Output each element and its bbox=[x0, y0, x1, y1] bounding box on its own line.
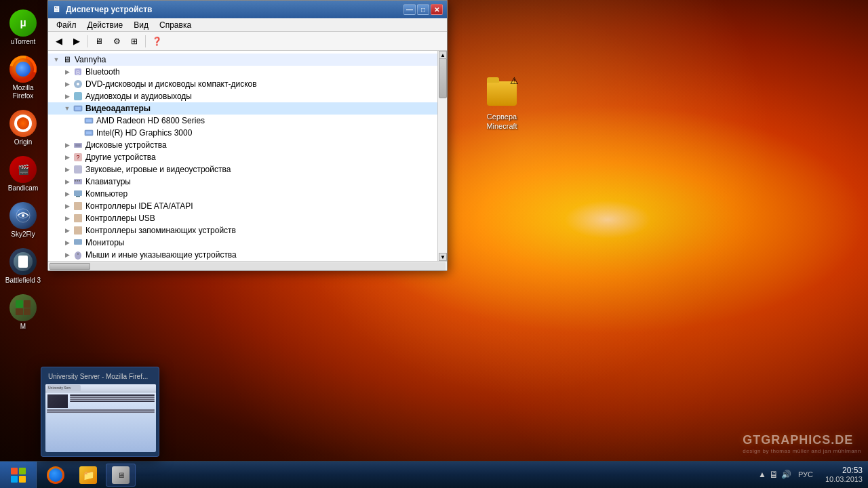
other-label: Другие устройства bbox=[85, 152, 156, 162]
tree-item-usb[interactable]: ▶ Контроллеры USB bbox=[48, 212, 447, 224]
toolbar-help[interactable]: ❓ bbox=[149, 34, 165, 49]
expand-bt[interactable]: ▶ bbox=[62, 66, 73, 77]
firefox-icon bbox=[9, 56, 37, 83]
line6 bbox=[47, 411, 155, 413]
toolbar-grid[interactable]: ⊞ bbox=[126, 34, 142, 49]
expand-mice[interactable]: ▶ bbox=[62, 249, 73, 260]
dvd-icon bbox=[73, 79, 83, 89]
tree-item-computer[interactable]: ▶ Компьютер bbox=[48, 188, 447, 200]
expand-video[interactable]: ▼ bbox=[62, 103, 73, 114]
sidebar-item-minecraft[interactable]: M bbox=[1, 291, 45, 333]
menu-file[interactable]: Файл bbox=[51, 19, 82, 31]
horizontal-scrollbar[interactable] bbox=[48, 261, 447, 270]
expand-usb[interactable]: ▶ bbox=[62, 213, 73, 224]
tree-item-dvd[interactable]: ▶ DVD-дисководы и дисководы компакт-диск… bbox=[48, 78, 447, 90]
tree-item-mice[interactable]: ▶ Мыши и иные указывающие устройства bbox=[48, 249, 447, 261]
maximize-button[interactable]: □ bbox=[417, 4, 429, 15]
tree-view[interactable]: ▼ 🖥 Vannyha ▶ B Bluetooth ▶ DVD-дисковод… bbox=[48, 51, 447, 261]
scroll-up-btn[interactable]: ▲ bbox=[439, 51, 447, 59]
tree-item-audio[interactable]: ▶ Аудиовходы и аудиовыходы bbox=[48, 90, 447, 102]
taskbar-items-area: University Server - Mozilla Firef... Uni… bbox=[37, 462, 753, 488]
disk-label: Дисковые устройства bbox=[85, 140, 167, 150]
toolbar-settings[interactable]: ⚙ bbox=[108, 34, 125, 49]
svg-rect-18 bbox=[74, 179, 82, 184]
expand-storage[interactable]: ▶ bbox=[62, 225, 73, 236]
comp-label: Компьютер bbox=[85, 189, 127, 199]
toolbar-sep2 bbox=[145, 35, 146, 47]
battlefield3-label: Battlefield 3 bbox=[5, 277, 41, 285]
preview-thumbnail: University Serv bbox=[45, 384, 156, 452]
sidebar-item-bandicam[interactable]: 🎬 Bandicam bbox=[1, 153, 45, 195]
start-button[interactable] bbox=[0, 462, 37, 489]
menu-help[interactable]: Справка bbox=[154, 19, 197, 31]
expand-sound[interactable]: ▶ bbox=[62, 164, 73, 175]
tray-time-value: 20:53 bbox=[842, 466, 863, 475]
disk-icon bbox=[73, 140, 83, 150]
sidebar-item-battlefield3[interactable]: Battlefield 3 bbox=[1, 245, 45, 287]
tree-item-video[interactable]: ▼ Видеоадаптеры bbox=[48, 102, 447, 115]
svg-rect-25 bbox=[74, 214, 82, 222]
scroll-down-btn[interactable]: ▼ bbox=[439, 253, 447, 261]
tree-scrollbar[interactable]: ▼ ▲ bbox=[437, 51, 447, 261]
tree-item-amd[interactable]: ▶ AMD Radeon HD 6800 Series bbox=[48, 115, 447, 127]
svg-rect-8 bbox=[75, 107, 81, 110]
expand-other[interactable]: ▶ bbox=[62, 152, 73, 163]
sidebar-item-sky2fly[interactable]: Sky2Fly bbox=[1, 199, 45, 241]
line2 bbox=[70, 396, 155, 398]
taskbar-explorer[interactable]: 📁 bbox=[73, 464, 103, 487]
tree-item-storage[interactable]: ▶ Контроллеры запоминающих устройств bbox=[48, 224, 447, 237]
mini-img bbox=[47, 394, 68, 408]
svg-rect-26 bbox=[74, 226, 82, 235]
tray-network-icon[interactable]: 🖥 bbox=[769, 469, 778, 480]
tree-item-intel[interactable]: ▶ Intel(R) HD Graphics 3000 bbox=[48, 127, 447, 139]
system-tray: ▲ 🖥 🔊 РУС 20:53 10.03.2013 bbox=[753, 466, 868, 485]
ide-icon bbox=[73, 201, 83, 211]
tray-icons: ▲ 🖥 🔊 bbox=[758, 469, 791, 480]
expand-comp[interactable]: ▶ bbox=[62, 188, 73, 199]
tray-volume-icon[interactable]: 🔊 bbox=[781, 470, 791, 479]
lang-indicator[interactable]: РУС bbox=[798, 470, 813, 479]
expand-disk[interactable]: ▶ bbox=[62, 140, 73, 150]
menu-view[interactable]: Вид bbox=[128, 19, 154, 31]
expand-root[interactable]: ▼ bbox=[51, 54, 62, 65]
tray-time[interactable]: 20:53 10.03.2013 bbox=[825, 466, 863, 485]
toolbar-back[interactable]: ◀ bbox=[51, 34, 67, 49]
warning-badge: ⚠ bbox=[507, 75, 521, 87]
tree-item-bluetooth[interactable]: ▶ B Bluetooth bbox=[48, 66, 447, 78]
tree-item-sound[interactable]: ▶ Звуковые, игровые и видеоустройства bbox=[48, 163, 447, 176]
expand-ide[interactable]: ▶ bbox=[62, 201, 73, 211]
tree-root[interactable]: ▼ 🖥 Vannyha bbox=[48, 54, 447, 66]
window-titlebar: 🖥 Диспетчер устройств — □ ✕ bbox=[48, 1, 447, 18]
bandicam-label: Bandicam bbox=[8, 184, 38, 192]
menu-action[interactable]: Действие bbox=[82, 19, 129, 31]
tray-arrow[interactable]: ▲ bbox=[758, 470, 766, 479]
tree-item-ide[interactable]: ▶ Контроллеры IDE ATA/ATAPI bbox=[48, 200, 447, 212]
preview-inner: University Serv bbox=[45, 384, 156, 452]
scrollbar-thumb[interactable] bbox=[439, 58, 447, 98]
expand-dvd[interactable]: ▶ bbox=[62, 79, 73, 89]
toolbar-forward[interactable]: ▶ bbox=[68, 34, 85, 49]
sidebar-item-utorrent[interactable]: µ uTorrent bbox=[1, 7, 45, 49]
tree-item-disk[interactable]: ▶ Дисковые устройства bbox=[48, 139, 447, 151]
window-content: ▼ 🖥 Vannyha ▶ B Bluetooth ▶ DVD-дисковод… bbox=[48, 51, 447, 261]
expand-audio[interactable]: ▶ bbox=[62, 91, 73, 102]
hscroll-thumb[interactable] bbox=[50, 263, 90, 270]
bt-icon: B bbox=[73, 66, 83, 77]
tree-item-monitors[interactable]: ▶ Мониторы bbox=[48, 237, 447, 249]
svg-text:B: B bbox=[76, 69, 80, 76]
bt-label: Bluetooth bbox=[85, 67, 120, 77]
close-button[interactable]: ✕ bbox=[431, 4, 443, 15]
taskbar-device-manager[interactable]: 🖥 bbox=[106, 464, 136, 487]
taskbar-firefox[interactable]: University Server - Mozilla Firef... Uni… bbox=[41, 464, 71, 487]
toolbar-computer[interactable]: 🖥 bbox=[91, 34, 107, 49]
desktop-icon-servers-minecraft[interactable]: ⚠ Сервера Minecraft bbox=[475, 75, 529, 134]
watermark-sub: design by thomas müller and jan mühlmann bbox=[743, 448, 861, 454]
sidebar-item-origin[interactable]: Origin bbox=[1, 107, 45, 149]
expand-kb[interactable]: ▶ bbox=[62, 176, 73, 187]
tree-item-keyboards[interactable]: ▶ Клавиатуры bbox=[48, 176, 447, 188]
sidebar-item-firefox[interactable]: MozillaFirefox bbox=[1, 53, 45, 103]
minimize-button[interactable]: — bbox=[403, 4, 416, 15]
desktop-icon-label: Сервера Minecraft bbox=[477, 112, 526, 131]
tree-item-other[interactable]: ▶ ? Другие устройства bbox=[48, 151, 447, 163]
expand-mon[interactable]: ▶ bbox=[62, 237, 73, 248]
